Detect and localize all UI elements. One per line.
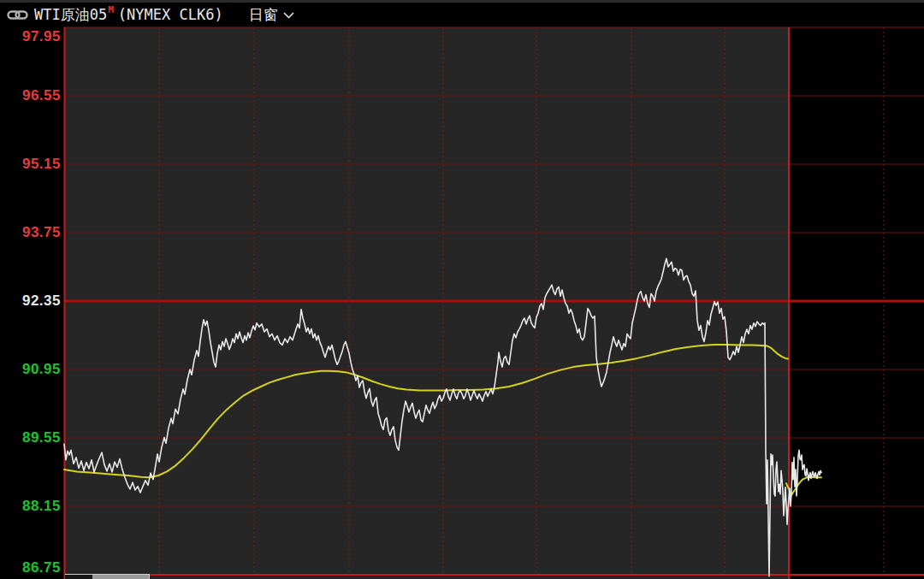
y-axis-label: 92.35 — [0, 293, 61, 309]
scrollbar-thumb[interactable] — [92, 575, 150, 579]
y-axis-label: 97.95 — [0, 29, 61, 44]
y-axis-label: 93.75 — [0, 225, 61, 240]
horizontal-scrollbar[interactable] — [65, 574, 150, 579]
y-axis-label: 88.15 — [0, 499, 61, 514]
y-axis-label: 96.55 — [0, 88, 61, 103]
symbol-name: WTI原油05 — [34, 5, 107, 25]
chart-header: WTI原油05M (NYMEX CLK6) 日窗 — [0, 0, 924, 27]
y-axis-label: 86.75 — [0, 560, 61, 576]
y-axis-label: 89.55 — [0, 430, 61, 446]
timeframe-dropdown[interactable]: 日窗 — [249, 5, 294, 25]
y-axis-label: 95.15 — [0, 157, 61, 172]
chevron-down-icon — [283, 12, 294, 19]
chain-link-icon[interactable] — [7, 9, 28, 21]
price-chart[interactable] — [0, 0, 924, 579]
y-axis-label: 90.95 — [0, 362, 61, 377]
timeframe-label: 日窗 — [249, 5, 278, 25]
symbol-superscript: M — [108, 4, 114, 15]
exchange-contract: (NYMEX CLK6) — [118, 6, 223, 23]
